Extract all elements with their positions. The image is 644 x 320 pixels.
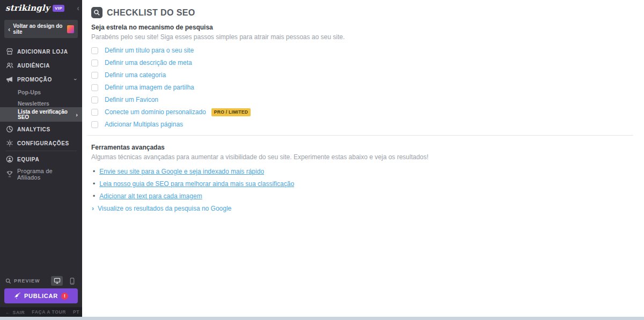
checkbox[interactable] <box>91 121 98 128</box>
section-subtitle: Parabéns pelo seu site! Siga esses passo… <box>91 33 633 41</box>
sidebar-subitem-popups[interactable]: Pop-Ups <box>0 87 82 98</box>
take-tour-button[interactable]: FAÇA A TOUR <box>32 309 66 315</box>
logout-button[interactable]: ←SAIR <box>5 309 25 315</box>
publish-label: PUBLICAR <box>24 293 58 299</box>
language-button[interactable]: PT <box>73 309 79 315</box>
checklist-item: Adicionar Multiplas páginas <box>91 121 633 128</box>
sidebar-item-label: ADICIONAR LOJA <box>17 49 68 55</box>
list-item: • Leia nosso guia de SEO para melhorar a… <box>91 180 633 188</box>
chevron-down-icon: › <box>72 78 79 80</box>
checklist-item: Definir uma imagem de partilha <box>91 84 633 91</box>
strikingly-logo: strikingly <box>5 3 50 13</box>
preview-label[interactable]: PREVIEW <box>14 278 40 284</box>
section-heading: Ferramentas avançadas <box>91 144 633 151</box>
rocket-icon <box>14 293 21 300</box>
brand-logo-row: strikingly VIP <box>5 3 64 13</box>
arrow-left-icon: ← <box>5 309 11 315</box>
sidebar-item-label: Programa de Afiliados <box>17 168 77 181</box>
main-content: CHECKLIST DO SEO Seja estrela no mecanis… <box>82 0 644 317</box>
google-results-link[interactable]: Visualize os resultados da pesquisa no G… <box>98 205 231 212</box>
chevron-right-icon: › <box>76 111 78 118</box>
bullet-icon: • <box>93 168 95 175</box>
pro-limited-badge: PRO / LIMITED <box>211 108 251 116</box>
sidebar: strikingly VIP ‹ ‹ Voltar ao design do s… <box>0 0 82 317</box>
checklist-item: Definir uma categoria <box>91 71 633 79</box>
checklist-item-link[interactable]: Definir um Favicon <box>105 96 158 103</box>
pie-chart-icon <box>5 125 13 133</box>
publish-alert-badge: ! <box>61 293 68 300</box>
gear-icon <box>5 139 13 147</box>
sidebar-divider <box>5 151 77 151</box>
checklist-item: Definir um título para o seu site <box>91 47 633 54</box>
seo-basics-section: Seja estrela no mecanismo de pesquisa Pa… <box>91 24 633 128</box>
trophy-icon <box>5 170 13 178</box>
advanced-links-list: • Envie seu site para a Google e seja in… <box>91 168 633 212</box>
back-to-editor-button[interactable]: ‹ Voltar ao design do site <box>4 20 78 38</box>
store-icon <box>5 48 13 56</box>
section-divider <box>87 135 633 136</box>
advanced-link[interactable]: Leia nosso guia de SEO para melhorar ain… <box>99 180 294 188</box>
preview-row: PREVIEW <box>5 276 78 286</box>
advanced-tools-section: Ferramentas avançadas Algumas técnicas a… <box>91 144 633 212</box>
sidebar-item-audiencia[interactable]: AUDIÊNCIA <box>0 58 82 72</box>
checkbox[interactable] <box>91 47 98 54</box>
checkbox[interactable] <box>91 84 98 91</box>
sidebar-item-label: CONFIGURAÇÕES <box>17 140 69 146</box>
chevron-left-icon: ‹ <box>8 25 10 33</box>
seo-checklist-icon <box>91 7 103 18</box>
sidebar-item-analytics[interactable]: ANALYTICS <box>0 122 82 136</box>
checklist-item: Definir uma descrição de meta <box>91 59 633 66</box>
sidebar-item-adicionar-loja[interactable]: ADICIONAR LOJA <box>0 44 82 58</box>
sidebar-subitem-label: Newsletters <box>18 100 49 107</box>
checklist-item-link[interactable]: Definir um título para o seu site <box>105 47 194 54</box>
sidebar-collapse-icon[interactable]: ‹ <box>77 4 79 12</box>
page-title: CHECKLIST DO SEO <box>107 8 195 18</box>
megaphone-icon <box>5 76 13 84</box>
sidebar-subitem-label: Lista de verificação SEO <box>18 109 74 120</box>
window-bottom-edge <box>0 317 644 320</box>
vip-badge: VIP <box>53 5 64 12</box>
seo-checklist: Definir um título para o seu site Defini… <box>91 47 633 128</box>
chevron-right-icon: › <box>92 205 94 212</box>
desktop-preview-button[interactable] <box>51 276 63 286</box>
checklist-item-link[interactable]: Definir uma imagem de partilha <box>105 84 194 91</box>
sidebar-item-label: ANALYTICS <box>17 126 50 132</box>
list-item: › Visualize os resultados da pesquisa no… <box>91 205 633 212</box>
list-item: • Adicionar alt text para cada imagem <box>91 192 633 200</box>
bullet-icon: • <box>93 192 95 200</box>
sidebar-item-configuracoes[interactable]: CONFIGURAÇÕES <box>0 136 82 150</box>
sidebar-item-label: EQUIPA <box>17 157 39 162</box>
sidebar-item-programa-afiliados[interactable]: Programa de Afiliados <box>0 167 82 181</box>
users-icon <box>5 62 13 70</box>
sidebar-footer: ←SAIR FAÇA A TOUR PT ••• <box>0 307 82 317</box>
section-heading: Seja estrela no mecanismo de pesquisa <box>91 24 633 31</box>
checklist-item-link[interactable]: Definir uma descrição de meta <box>105 59 192 66</box>
advanced-link[interactable]: Adicionar alt text para cada imagem <box>99 192 202 200</box>
back-to-editor-label: Voltar ao design do site <box>13 23 67 35</box>
sidebar-subitem-label: Pop-Ups <box>18 89 41 95</box>
checklist-item: Conecte um domínio personalizado PRO / L… <box>91 108 633 116</box>
list-item: • Envie seu site para a Google e seja in… <box>91 168 633 175</box>
checkbox[interactable] <box>91 72 98 79</box>
checklist-item-link[interactable]: Definir uma categoria <box>105 71 166 79</box>
sidebar-item-label: PROMOÇÃO <box>17 77 52 83</box>
section-subtitle: Algumas técnicas avançadas para aumentar… <box>91 153 633 161</box>
sidebar-item-equipa[interactable]: EQUIPA <box>0 152 82 166</box>
checkbox[interactable] <box>91 109 98 116</box>
checkbox[interactable] <box>91 96 98 103</box>
sidebar-item-label: AUDIÊNCIA <box>17 63 50 69</box>
bullet-icon: • <box>93 180 95 188</box>
checklist-item-link[interactable]: Conecte um domínio personalizado <box>105 108 206 116</box>
checkbox[interactable] <box>91 59 98 66</box>
advanced-link[interactable]: Envie seu site para a Google e seja inde… <box>99 168 264 175</box>
publish-button[interactable]: PUBLICAR ! <box>4 288 78 303</box>
site-thumbnail <box>67 25 74 33</box>
mobile-preview-button[interactable] <box>66 276 78 286</box>
page-header: CHECKLIST DO SEO <box>91 7 633 18</box>
sidebar-subitem-seo-checklist[interactable]: Lista de verificação SEO › <box>0 107 82 122</box>
checklist-item-link[interactable]: Adicionar Multiplas páginas <box>105 121 183 128</box>
checklist-item: Definir um Favicon <box>91 96 633 103</box>
search-icon <box>5 278 11 284</box>
sidebar-item-promocao[interactable]: PROMOÇÃO › <box>0 72 82 86</box>
team-icon <box>5 155 13 163</box>
